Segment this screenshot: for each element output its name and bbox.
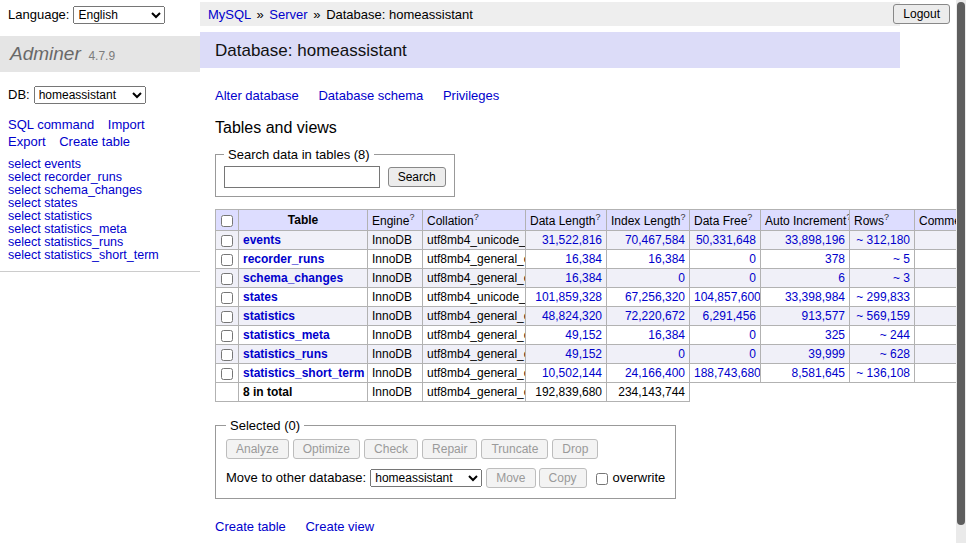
table-name-link[interactable]: states [243, 290, 278, 304]
sidebar-link[interactable]: SQL command [8, 117, 94, 132]
drop-button[interactable]: Drop [552, 439, 598, 459]
language-select[interactable]: English [73, 6, 165, 24]
optimize-button[interactable]: Optimize [293, 439, 360, 459]
sidebar-link[interactable]: Import [108, 117, 145, 132]
help-icon[interactable]: ? [884, 212, 889, 222]
rows-link[interactable]: ~ 569,159 [856, 309, 910, 323]
rows-link[interactable]: ~ 3 [893, 271, 910, 285]
column-header-table: Table [239, 210, 368, 231]
row-checkbox[interactable] [221, 330, 233, 342]
scrollbar-thumb[interactable] [957, 2, 965, 525]
table-name-link[interactable]: schema_changes [243, 271, 343, 285]
db-select[interactable]: homeassistant [34, 86, 146, 104]
logout-button[interactable]: Logout [893, 4, 950, 24]
data-length-link[interactable]: 48,824,320 [542, 309, 602, 323]
row-checkbox[interactable] [221, 273, 233, 285]
auto-increment-link[interactable]: 33,398,984 [785, 290, 845, 304]
data-length-link[interactable]: 16,384 [565, 271, 602, 285]
data-free-link[interactable]: 0 [749, 271, 756, 285]
data-length-link[interactable]: 49,152 [565, 328, 602, 342]
analyze-button[interactable]: Analyze [226, 439, 289, 459]
data-free-link[interactable]: 50,331,648 [696, 233, 756, 247]
row-checkbox[interactable] [221, 368, 233, 380]
table-name-link[interactable]: statistics_runs [243, 347, 328, 361]
move-db-select[interactable]: homeassistant [370, 469, 482, 487]
sidebar-table-link[interactable]: select statistics_short_term [8, 249, 192, 262]
help-icon[interactable]: ? [409, 212, 414, 222]
index-length-link[interactable]: 0 [678, 347, 685, 361]
data-length-link[interactable]: 31,522,816 [542, 233, 602, 247]
rows-link[interactable]: ~ 299,833 [856, 290, 910, 304]
table-name-link[interactable]: statistics [243, 309, 295, 323]
data-free-link[interactable]: 188,743,680 [694, 366, 761, 380]
data-free-cell: 0 [690, 250, 761, 269]
create-link[interactable]: Create view [305, 519, 374, 534]
table-name-cell: schema_changes [239, 269, 368, 288]
index-length-cell: 24,166,400 [607, 364, 690, 383]
scrollbar[interactable] [956, 0, 966, 543]
auto-increment-link[interactable]: 39,999 [808, 347, 845, 361]
help-icon[interactable]: ? [747, 212, 752, 222]
data-free-link[interactable]: 0 [749, 347, 756, 361]
rows-link[interactable]: ~ 136,108 [856, 366, 910, 380]
data-free-link[interactable]: 0 [749, 252, 756, 266]
breadcrumb-server-link[interactable]: Server [269, 7, 307, 22]
auto-increment-link[interactable]: 378 [825, 252, 845, 266]
row-checkbox[interactable] [221, 311, 233, 323]
auto-increment-link[interactable]: 33,898,196 [785, 233, 845, 247]
rows-link[interactable]: ~ 628 [880, 347, 910, 361]
sidebar-link[interactable]: Export [8, 134, 46, 149]
help-icon[interactable]: ? [474, 212, 479, 222]
auto-increment-link[interactable]: 8,581,645 [792, 366, 845, 380]
data-length-link[interactable]: 49,152 [565, 347, 602, 361]
check-button[interactable]: Check [364, 439, 418, 459]
help-icon[interactable]: ? [680, 212, 685, 222]
index-length-cell: 0 [607, 345, 690, 364]
index-length-link[interactable]: 24,166,400 [625, 366, 685, 380]
rows-link[interactable]: ~ 312,180 [856, 233, 910, 247]
row-checkbox[interactable] [221, 254, 233, 266]
data-free-link[interactable]: 104,857,600 [694, 290, 761, 304]
db-action-link[interactable]: Alter database [215, 88, 299, 103]
auto-increment-link[interactable]: 913,577 [802, 309, 845, 323]
rows-cell: ~ 312,180 [850, 231, 915, 250]
index-length-link[interactable]: 70,467,584 [625, 233, 685, 247]
overwrite-checkbox[interactable] [596, 473, 608, 485]
data-length-link[interactable]: 101,859,328 [535, 290, 602, 304]
move-button[interactable]: Move [486, 468, 535, 488]
table-name-link[interactable]: recorder_runs [243, 252, 324, 266]
row-checkbox-cell [216, 231, 239, 250]
rows-link[interactable]: ~ 244 [880, 328, 910, 342]
index-length-link[interactable]: 67,256,320 [625, 290, 685, 304]
index-length-link[interactable]: 16,384 [648, 328, 685, 342]
create-link[interactable]: Create table [215, 519, 286, 534]
rows-link[interactable]: ~ 5 [893, 252, 910, 266]
table-name-link[interactable]: statistics_short_term [243, 366, 364, 380]
copy-button[interactable]: Copy [539, 468, 587, 488]
move-row: Move to other database:homeassistantMove… [226, 468, 665, 488]
help-icon[interactable]: ? [595, 212, 600, 222]
data-free-link[interactable]: 0 [749, 328, 756, 342]
repair-button[interactable]: Repair [422, 439, 477, 459]
truncate-button[interactable]: Truncate [481, 439, 548, 459]
table-name-link[interactable]: events [243, 233, 281, 247]
data-length-link[interactable]: 10,502,144 [542, 366, 602, 380]
data-length-link[interactable]: 16,384 [565, 252, 602, 266]
select-all-checkbox[interactable] [221, 215, 233, 227]
row-checkbox[interactable] [221, 349, 233, 361]
row-checkbox[interactable] [221, 235, 233, 247]
data-free-link[interactable]: 6,291,456 [703, 309, 756, 323]
db-action-link[interactable]: Database schema [318, 88, 423, 103]
index-length-link[interactable]: 0 [678, 271, 685, 285]
search-button[interactable]: Search [388, 167, 446, 187]
db-action-link[interactable]: Privileges [443, 88, 499, 103]
search-input[interactable] [224, 166, 380, 188]
index-length-link[interactable]: 72,220,672 [625, 309, 685, 323]
sidebar-link[interactable]: Create table [59, 134, 130, 149]
auto-increment-link[interactable]: 6 [838, 271, 845, 285]
auto-increment-link[interactable]: 325 [825, 328, 845, 342]
table-name-link[interactable]: statistics_meta [243, 328, 330, 342]
breadcrumb-mysql-link[interactable]: MySQL [208, 7, 251, 22]
index-length-link[interactable]: 16,384 [648, 252, 685, 266]
row-checkbox[interactable] [221, 292, 233, 304]
